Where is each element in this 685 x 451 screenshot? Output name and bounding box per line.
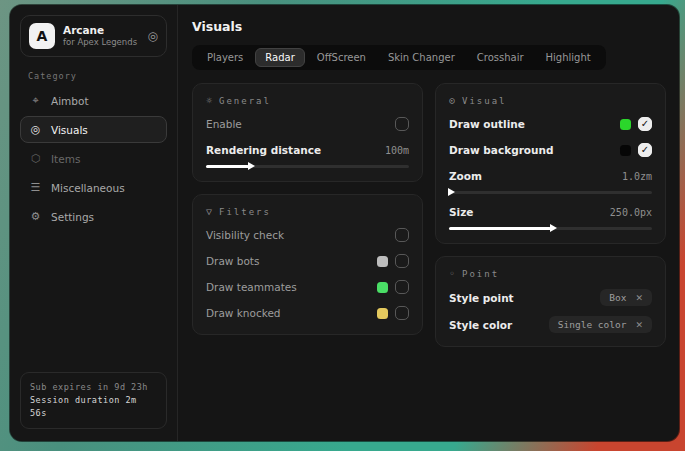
enable-row: Enable [206, 116, 409, 132]
session-duration-text: Session duration 2m 56s [30, 394, 157, 420]
rendering-distance-row: Rendering distance 100m [206, 142, 409, 158]
sidebar-item-aimbot[interactable]: ⌖ Aimbot [20, 87, 167, 114]
draw-bots-checkbox[interactable] [395, 254, 409, 268]
tab-skin-changer[interactable]: Skin Changer [378, 48, 465, 67]
size-slider[interactable] [449, 227, 652, 230]
draw-background-checkbox[interactable]: ✓ [638, 143, 652, 157]
style-point-select[interactable]: Box ✕ [600, 289, 652, 306]
brand-text: Arcane for Apex Legends [63, 24, 140, 48]
tab-players[interactable]: Players [197, 48, 253, 67]
enable-checkbox[interactable] [395, 117, 409, 131]
left-column: ☼ General Enable Rendering distance 100m [192, 83, 423, 335]
tab-highlight[interactable]: Highlight [536, 48, 601, 67]
style-point-row: Style point Box ✕ [449, 289, 652, 306]
sub-expires-text: Sub expires in 9d 23h [30, 381, 157, 394]
session-card: Sub expires in 9d 23h Session duration 2… [20, 372, 167, 429]
visual-panel-header: ⊙ Visual [449, 95, 652, 106]
app-window: A Arcane for Apex Legends ◎ Category ⌖ A… [10, 5, 679, 441]
enable-label: Enable [206, 118, 242, 130]
category-label: Category [28, 71, 167, 81]
draw-knocked-row: Draw knocked [206, 305, 409, 321]
slider-fill [449, 227, 551, 230]
sidebar-item-label: Settings [51, 211, 94, 223]
sidebar-item-label: Items [51, 153, 80, 165]
sidebar-item-label: Aimbot [51, 95, 89, 107]
draw-outline-label: Draw outline [449, 118, 525, 130]
rendering-distance-value: 100m [385, 145, 409, 156]
eye-icon: ⊙ [449, 95, 455, 106]
app-subtitle: for Apex Legends [63, 37, 140, 48]
size-row: Size 250.0px [449, 204, 652, 220]
zoom-label: Zoom [449, 170, 482, 182]
point-panel-header: ◦ Point [449, 268, 652, 279]
draw-bots-color-swatch[interactable] [377, 256, 388, 267]
draw-bots-label: Draw bots [206, 255, 259, 267]
visibility-check-label: Visibility check [206, 229, 284, 241]
draw-teammates-row: Draw teammates [206, 279, 409, 295]
point-panel: ◦ Point Style point Box ✕ Style color S [435, 256, 666, 347]
filters-panel: ▽ Filters Visibility check Draw bots [192, 194, 423, 335]
slider-fill [206, 165, 249, 168]
style-point-label: Style point [449, 292, 514, 304]
draw-teammates-checkbox[interactable] [395, 280, 409, 294]
close-icon[interactable]: ✕ [635, 320, 643, 330]
general-panel-title: General [219, 96, 271, 106]
sidebar-item-label: Miscellaneous [51, 182, 125, 194]
app-title: Arcane [63, 24, 140, 37]
close-icon[interactable]: ✕ [635, 293, 643, 303]
general-panel-header: ☼ General [206, 95, 409, 106]
draw-background-color-swatch[interactable] [620, 145, 631, 156]
draw-teammates-label: Draw teammates [206, 281, 297, 293]
main-panel: Visuals Players Radar OffScreen Skin Cha… [178, 5, 679, 441]
sidebar-item-settings[interactable]: ⚙ Settings [20, 203, 167, 230]
filters-panel-title: Filters [219, 207, 271, 217]
right-column: ⊙ Visual Draw outline ✓ Draw background [435, 83, 666, 347]
draw-knocked-label: Draw knocked [206, 307, 281, 319]
tab-offscreen[interactable]: OffScreen [307, 48, 376, 67]
draw-outline-checkbox[interactable]: ✓ [638, 117, 652, 131]
size-value: 250.0px [610, 207, 652, 218]
tab-radar[interactable]: Radar [255, 48, 304, 67]
filters-panel-header: ▽ Filters [206, 206, 409, 217]
style-color-row: Style color Single color ✕ [449, 316, 652, 333]
zoom-slider[interactable] [449, 191, 652, 194]
style-color-select[interactable]: Single color ✕ [549, 316, 652, 333]
general-panel: ☼ General Enable Rendering distance 100m [192, 83, 423, 182]
box-icon: ⬡ [29, 152, 42, 165]
style-color-value: Single color [558, 319, 627, 330]
zoom-value: 1.0zm [622, 171, 652, 182]
gear-icon: ⚙ [29, 210, 42, 223]
dot-icon: ◦ [449, 268, 455, 279]
brand-card: A Arcane for Apex Legends ◎ [20, 15, 167, 57]
draw-bots-row: Draw bots [206, 253, 409, 269]
funnel-icon: ▽ [206, 206, 212, 217]
style-point-value: Box [609, 292, 626, 303]
app-logo: A [29, 23, 55, 49]
sun-icon: ☼ [206, 95, 212, 106]
tab-bar: Players Radar OffScreen Skin Changer Cro… [192, 45, 606, 70]
sidebar-item-items[interactable]: ⬡ Items [20, 145, 167, 172]
page-title: Visuals [192, 19, 666, 34]
draw-outline-row: Draw outline ✓ [449, 116, 652, 132]
sidebar-item-visuals[interactable]: ◎ Visuals [20, 116, 167, 143]
rendering-distance-label: Rendering distance [206, 144, 321, 156]
draw-teammates-color-swatch[interactable] [377, 282, 388, 293]
sidebar-item-miscellaneous[interactable]: ☰ Miscellaneous [20, 174, 167, 201]
sidebar: A Arcane for Apex Legends ◎ Category ⌖ A… [10, 5, 178, 441]
size-label: Size [449, 206, 473, 218]
tab-crosshair[interactable]: Crosshair [467, 48, 534, 67]
grid-icon: ☰ [29, 181, 42, 194]
sidebar-nav: ⌖ Aimbot ◎ Visuals ⬡ Items ☰ Miscellaneo… [20, 87, 167, 230]
draw-knocked-color-swatch[interactable] [377, 308, 388, 319]
draw-outline-color-swatch[interactable] [620, 119, 631, 130]
eye-icon: ◎ [29, 123, 42, 136]
draw-knocked-checkbox[interactable] [395, 306, 409, 320]
visibility-check-checkbox[interactable] [395, 228, 409, 242]
crosshair-icon: ⌖ [29, 94, 42, 107]
draw-background-row: Draw background ✓ [449, 142, 652, 158]
draw-background-label: Draw background [449, 144, 554, 156]
rendering-distance-slider[interactable] [206, 165, 409, 168]
sidebar-item-label: Visuals [51, 124, 88, 136]
visual-panel: ⊙ Visual Draw outline ✓ Draw background [435, 83, 666, 244]
target-icon[interactable]: ◎ [148, 29, 158, 43]
